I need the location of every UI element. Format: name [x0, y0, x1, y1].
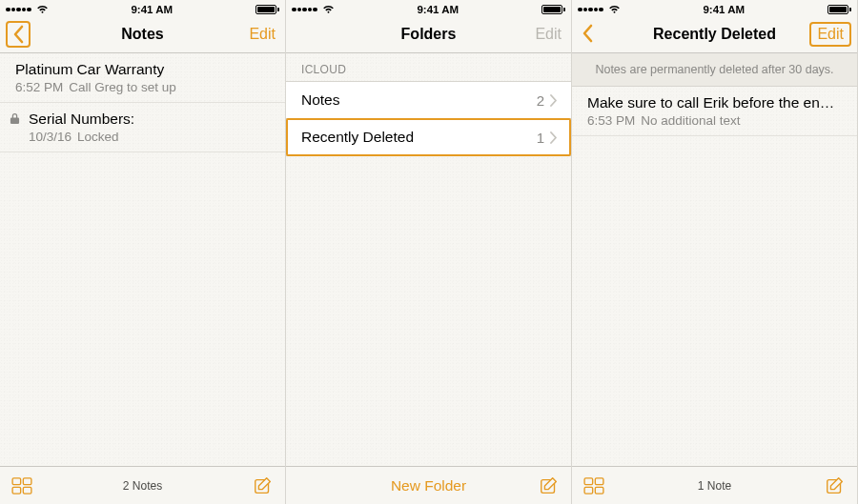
notes-content: Platinum Car Warranty 6:52 PM Call Greg …	[0, 53, 285, 466]
compose-icon	[539, 475, 560, 496]
status-bar: 9:41 AM	[0, 0, 285, 19]
compose-icon	[825, 475, 846, 496]
svg-rect-2	[12, 487, 21, 494]
folder-count: 2	[537, 92, 544, 109]
back-button[interactable]	[578, 22, 597, 45]
note-item[interactable]: Platinum Car Warranty 6:52 PM Call Greg …	[0, 53, 285, 103]
note-preview: Call Greg to set up	[69, 80, 176, 94]
compose-button[interactable]	[253, 475, 274, 496]
compose-button[interactable]	[825, 475, 846, 496]
note-preview: No additional text	[641, 113, 740, 128]
wifi-icon	[608, 5, 621, 14]
battery-icon	[541, 5, 565, 14]
edit-button[interactable]: Edit	[531, 24, 565, 45]
folder-count: 1	[537, 130, 544, 146]
chevron-right-icon	[550, 94, 558, 107]
note-preview: Locked	[77, 130, 119, 144]
status-bar: 9:41 AM	[572, 0, 857, 19]
folder-row-notes[interactable]: Notes 2	[286, 81, 571, 119]
status-time: 9:41 AM	[703, 4, 745, 15]
battery-icon	[827, 5, 851, 14]
wifi-icon	[36, 5, 49, 14]
signal-dots-icon	[292, 8, 317, 12]
folders-content: ICLOUD Notes 2 Recently Deleted 1	[286, 53, 571, 466]
status-time: 9:41 AM	[131, 4, 173, 15]
chevron-left-icon	[12, 25, 24, 44]
section-header: ICLOUD	[286, 53, 571, 82]
view-grid-button[interactable]	[11, 477, 32, 494]
deleted-content: Notes are permanently deleted after 30 d…	[572, 53, 857, 466]
screen-recently-deleted: 9:41 AM Recently Deleted Edit Notes are …	[572, 0, 858, 504]
edit-button[interactable]: Edit	[245, 24, 279, 45]
grid-icon	[583, 477, 604, 494]
edit-button[interactable]: Edit	[809, 22, 851, 47]
nav-bar: Folders Edit	[286, 19, 571, 53]
note-item[interactable]: Make sure to call Erik before the end of…	[572, 87, 857, 136]
nav-bar: Recently Deleted Edit	[572, 19, 857, 53]
svg-rect-3	[23, 487, 31, 494]
wifi-icon	[322, 5, 335, 14]
new-folder-button[interactable]: New Folder	[286, 477, 571, 494]
note-time: 10/3/16	[29, 130, 72, 144]
status-time: 9:41 AM	[417, 4, 459, 15]
note-count: 1 Note	[572, 479, 857, 493]
folder-row-recently-deleted[interactable]: Recently Deleted 1	[286, 118, 571, 156]
svg-rect-7	[595, 477, 603, 484]
folder-name: Recently Deleted	[301, 129, 414, 146]
folder-name: Notes	[301, 91, 340, 109]
screen-notes-list: 9:41 AM Notes Edit Platinum Car Warranty…	[0, 0, 286, 504]
note-time: 6:52 PM	[15, 80, 63, 94]
chevron-left-icon	[582, 24, 593, 43]
toolbar: New Folder	[286, 466, 571, 504]
compose-button[interactable]	[539, 475, 560, 496]
toolbar: 1 Note	[572, 466, 857, 504]
screen-folders: 9:41 AM Folders Edit ICLOUD Notes 2 Rece…	[286, 0, 572, 504]
nav-bar: Notes Edit	[0, 19, 285, 53]
note-title: Serial Numbers:	[29, 111, 270, 128]
signal-dots-icon	[6, 8, 31, 12]
info-banner: Notes are permanently deleted after 30 d…	[572, 53, 857, 87]
back-button[interactable]	[6, 21, 31, 48]
svg-rect-0	[12, 477, 21, 484]
toolbar: 2 Notes	[0, 466, 285, 504]
chevron-right-icon	[550, 131, 558, 144]
svg-rect-6	[584, 477, 593, 484]
status-bar: 9:41 AM	[286, 0, 571, 19]
lock-icon	[10, 112, 20, 125]
note-item[interactable]: Serial Numbers: 10/3/16 Locked	[0, 103, 285, 152]
battery-icon	[255, 5, 279, 14]
svg-rect-9	[595, 487, 603, 494]
grid-icon	[11, 477, 32, 494]
svg-rect-8	[584, 487, 593, 494]
note-title: Make sure to call Erik before the end of…	[587, 94, 842, 111]
note-title: Platinum Car Warranty	[15, 61, 270, 78]
view-grid-button[interactable]	[583, 477, 604, 494]
note-time: 6:53 PM	[587, 113, 635, 128]
compose-icon	[253, 475, 274, 496]
signal-dots-icon	[578, 8, 603, 12]
svg-rect-1	[23, 477, 31, 484]
note-count: 2 Notes	[0, 479, 285, 493]
